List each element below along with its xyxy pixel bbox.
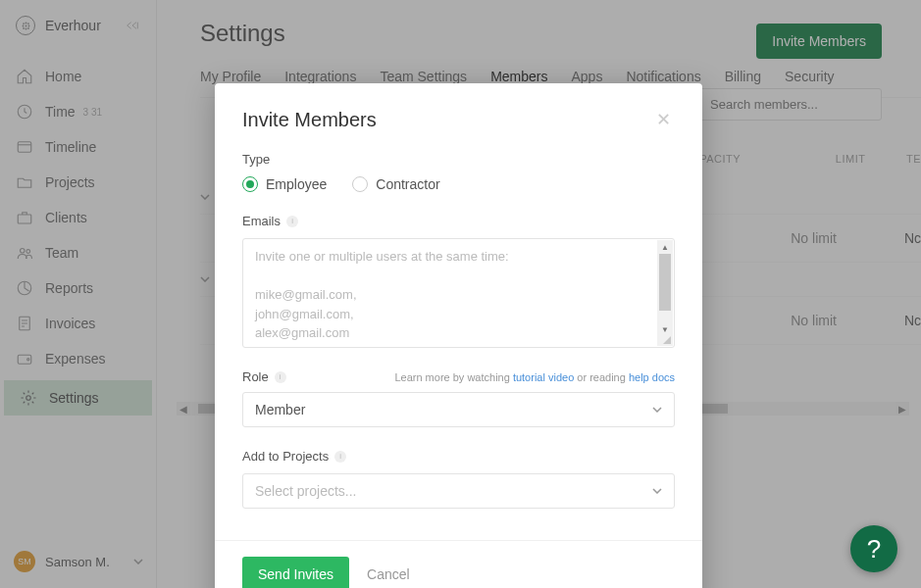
radio-label: Employee bbox=[266, 176, 327, 192]
role-label: Role i bbox=[242, 369, 286, 384]
emails-field: Invite one or multiple users at the same… bbox=[242, 238, 675, 348]
radio-label: Contractor bbox=[376, 176, 439, 192]
radio-employee[interactable]: Employee bbox=[242, 176, 327, 192]
textarea-scrollbar[interactable]: ▲ ▼ bbox=[657, 240, 673, 346]
scroll-down-icon[interactable]: ▼ bbox=[657, 322, 673, 336]
projects-select[interactable]: Select projects... bbox=[242, 473, 675, 509]
role-select[interactable]: Member bbox=[242, 392, 675, 427]
invite-modal: Invite Members ✕ Type Employee Contracto… bbox=[215, 83, 702, 588]
tutorial-video-link[interactable]: tutorial video bbox=[513, 371, 574, 383]
role-help-text: Learn more by watching tutorial video or… bbox=[394, 371, 675, 383]
radio-icon bbox=[352, 176, 368, 192]
info-icon[interactable]: i bbox=[275, 371, 286, 383]
close-icon[interactable]: ✕ bbox=[652, 105, 675, 134]
info-icon[interactable]: i bbox=[334, 451, 346, 463]
info-icon[interactable]: i bbox=[286, 216, 298, 227]
select-value: Member bbox=[255, 402, 305, 417]
chevron-down-icon bbox=[652, 488, 662, 494]
resize-grip-icon[interactable] bbox=[657, 336, 673, 346]
select-placeholder: Select projects... bbox=[255, 483, 357, 499]
radio-icon bbox=[242, 176, 258, 192]
question-icon: ? bbox=[867, 534, 881, 564]
help-fab[interactable]: ? bbox=[850, 525, 897, 572]
scroll-up-icon[interactable]: ▲ bbox=[657, 240, 673, 254]
radio-contractor[interactable]: Contractor bbox=[352, 176, 439, 192]
scrollbar-thumb[interactable] bbox=[659, 254, 671, 311]
type-options: Employee Contractor bbox=[242, 176, 675, 192]
help-docs-link[interactable]: help docs bbox=[629, 371, 675, 383]
projects-label: Add to Projects i bbox=[242, 449, 675, 464]
type-label: Type bbox=[242, 152, 675, 167]
send-invites-button[interactable]: Send Invites bbox=[242, 557, 349, 588]
cancel-button[interactable]: Cancel bbox=[367, 566, 410, 582]
modal-title: Invite Members bbox=[242, 109, 377, 131]
emails-textarea[interactable] bbox=[243, 239, 674, 347]
chevron-down-icon bbox=[652, 407, 662, 413]
emails-label: Emails i bbox=[242, 214, 675, 228]
